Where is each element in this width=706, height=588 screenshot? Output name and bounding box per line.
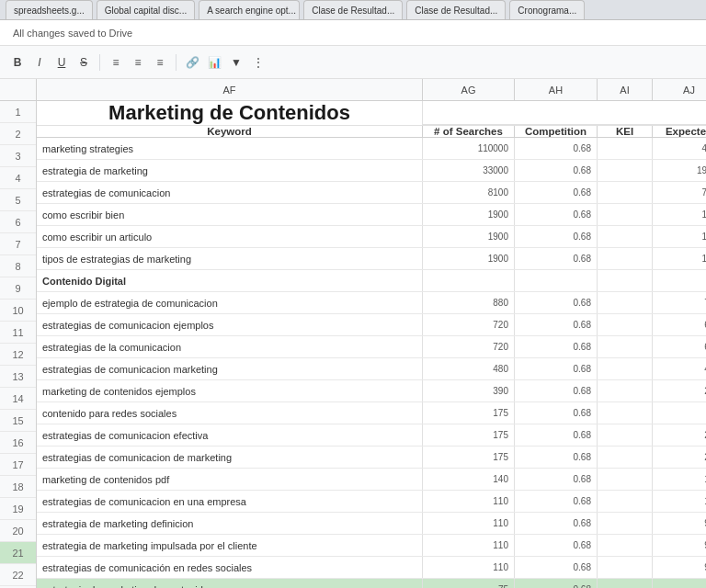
more-button[interactable]: ⋮ bbox=[248, 52, 268, 73]
table-row[interactable]: estrategias de comunicacion en una empre… bbox=[37, 491, 706, 513]
expected-cell: 51 bbox=[653, 402, 706, 424]
competition-cell: 0.68 bbox=[515, 314, 598, 335]
table-row[interactable]: ejemplo de estrategia de comunicacion 88… bbox=[37, 292, 706, 314]
tab-search-engine[interactable]: A search engine opt... bbox=[199, 0, 300, 19]
tab-global[interactable]: Global capital disc... bbox=[97, 0, 196, 19]
header-kei: KEI bbox=[598, 126, 653, 137]
table-row[interactable]: estrategias de comunicación en redes soc… bbox=[37, 557, 706, 579]
row-num-6[interactable]: 6 bbox=[0, 211, 36, 233]
table-row[interactable]: estrategias de comunicacion de marketing… bbox=[37, 447, 706, 469]
table-row[interactable]: estrategias de comunicacion efectiva 175… bbox=[37, 424, 706, 447]
expected-cell bbox=[653, 270, 706, 291]
align-left-button[interactable]: ≡ bbox=[106, 52, 126, 73]
col-header-ai[interactable]: AI bbox=[598, 79, 653, 100]
strikethrough-button[interactable]: S bbox=[74, 52, 94, 73]
save-status: All changes saved to Drive bbox=[13, 28, 132, 39]
keyword-cell: estrategia de marketing de contenidos bbox=[37, 579, 423, 588]
format-group: B I U S bbox=[7, 52, 94, 73]
app-toolbar: All changes saved to Drive bbox=[0, 20, 706, 46]
competition-cell bbox=[515, 270, 598, 291]
row-num-11[interactable]: 11 bbox=[0, 322, 36, 344]
row-num-10[interactable]: 10 bbox=[0, 300, 36, 322]
searches-cell: 880 bbox=[423, 292, 515, 313]
kei-cell bbox=[598, 270, 653, 291]
expected-cell: 258 bbox=[653, 380, 706, 401]
sheet-title: Marketing de Contenidos bbox=[37, 101, 423, 125]
table-row[interactable]: tipos de estrategias de marketing 1900 0… bbox=[37, 248, 706, 270]
link-button[interactable]: 🔗 bbox=[182, 52, 202, 73]
competition-cell: 0.68 bbox=[515, 424, 598, 446]
align-center-button[interactable]: ≡ bbox=[128, 52, 148, 73]
searches-cell: 110 bbox=[423, 557, 515, 578]
row-num-21[interactable]: 21 bbox=[0, 542, 36, 564]
competition-cell: 0.68 bbox=[515, 579, 598, 588]
header-row: Keyword # of Searches Competition KEI Ex… bbox=[37, 126, 706, 138]
row-num-7[interactable]: 7 bbox=[0, 233, 36, 255]
row-num-1[interactable]: 1 bbox=[0, 101, 36, 123]
table-row[interactable]: contenido para redes sociales 175 0.68 5… bbox=[37, 402, 706, 424]
row-num-4[interactable]: 4 bbox=[0, 167, 36, 189]
expected-cell: 648 bbox=[653, 336, 706, 357]
row-num-8[interactable]: 8 bbox=[0, 255, 36, 277]
col-header-af[interactable]: AF bbox=[37, 79, 423, 100]
row-num-19[interactable]: 19 bbox=[0, 498, 36, 520]
table-row[interactable]: como escribir bien 1900 0.68 1.44 bbox=[37, 204, 706, 226]
row-num-22[interactable]: 22 bbox=[0, 564, 36, 586]
table-row[interactable]: estrategia de marketing definicion 110 0… bbox=[37, 513, 706, 535]
underline-button[interactable]: U bbox=[51, 52, 72, 73]
kei-cell bbox=[598, 380, 653, 401]
bold-button[interactable]: B bbox=[7, 52, 28, 73]
chart-button[interactable]: 📊 bbox=[204, 52, 224, 73]
row-num-13[interactable]: 13 bbox=[0, 366, 36, 388]
col-header-ah[interactable]: AH bbox=[515, 79, 598, 100]
kei-cell bbox=[598, 424, 653, 446]
row-num-18[interactable]: 18 bbox=[0, 476, 36, 498]
row-num-12[interactable]: 12 bbox=[0, 344, 36, 366]
row-num-17[interactable]: 17 bbox=[0, 454, 36, 476]
header-competition: Competition bbox=[515, 126, 598, 137]
row-num-9[interactable]: 9 bbox=[0, 277, 36, 300]
table-row[interactable]: como escribir un articulo 1900 0.68 1.17 bbox=[37, 226, 706, 248]
row-num-16[interactable]: 16 bbox=[0, 432, 36, 454]
table-row[interactable]: estrategias de la comunicacion 720 0.68 … bbox=[37, 336, 706, 358]
tab-cronograma[interactable]: Cronograma... bbox=[509, 0, 585, 19]
row-num-3[interactable]: 3 bbox=[0, 145, 36, 167]
searches-cell: 390 bbox=[423, 380, 515, 401]
competition-cell: 0.68 bbox=[515, 380, 598, 401]
table-row[interactable]: estrategia de marketing 33000 0.68 19.98 bbox=[37, 160, 706, 182]
row-num-14[interactable]: 14 bbox=[0, 388, 36, 410]
row-num-5[interactable]: 5 bbox=[0, 189, 36, 211]
table-row[interactable]: marketing de contenidos ejemplos 390 0.6… bbox=[37, 380, 706, 402]
table-row[interactable]: estrategia de marketing de contenidos 75… bbox=[37, 579, 706, 588]
title-right-filler bbox=[423, 101, 706, 125]
kei-cell bbox=[598, 226, 653, 247]
kei-cell bbox=[598, 557, 653, 578]
separator-1 bbox=[99, 54, 100, 71]
competition-cell: 0.68 bbox=[515, 513, 598, 534]
filter-button[interactable]: ▼ bbox=[226, 52, 246, 73]
table-row[interactable]: estrategia de marketing impulsada por el… bbox=[37, 535, 706, 557]
keyword-cell: estrategias de comunicacion efectiva bbox=[37, 424, 423, 446]
align-right-button[interactable]: ≡ bbox=[150, 52, 170, 73]
table-row[interactable]: marketing de contenidos pdf 140 0.68 126 bbox=[37, 469, 706, 491]
table-row[interactable]: estrategias de comunicacion 8100 0.68 7.… bbox=[37, 182, 706, 204]
keyword-cell: contenido para redes sociales bbox=[37, 402, 423, 424]
tab-clase-1[interactable]: Clase de Resultad... bbox=[303, 0, 403, 19]
keyword-cell: estrategias de comunicacion bbox=[37, 182, 423, 203]
competition-cell: 0.68 bbox=[515, 491, 598, 512]
col-header-ag[interactable]: AG bbox=[423, 79, 515, 100]
row-num-15[interactable]: 15 bbox=[0, 410, 36, 432]
table-row[interactable]: estrategias de comunicacion ejemplos 720… bbox=[37, 314, 706, 336]
italic-button[interactable]: I bbox=[29, 52, 50, 73]
table-row[interactable]: Contenido Digital bbox=[37, 270, 706, 292]
table-row[interactable]: estrategias de comunicacion marketing 48… bbox=[37, 358, 706, 380]
table-row[interactable]: marketing strategies 110000 0.68 48.1 bbox=[37, 138, 706, 160]
tab-spreadsheets[interactable]: spreadsheets.g... bbox=[6, 0, 93, 19]
tab-clase-2[interactable]: Clase de Resultad... bbox=[406, 0, 506, 19]
row-num-20[interactable]: 20 bbox=[0, 520, 36, 542]
col-header-aj[interactable]: AJ bbox=[653, 79, 706, 100]
kei-cell bbox=[598, 469, 653, 490]
sheet-content: Marketing de Contenidos Keyword # of Sea… bbox=[37, 101, 706, 588]
expected-cell: 7.26 bbox=[653, 182, 706, 203]
row-num-2[interactable]: 2 bbox=[0, 123, 36, 145]
